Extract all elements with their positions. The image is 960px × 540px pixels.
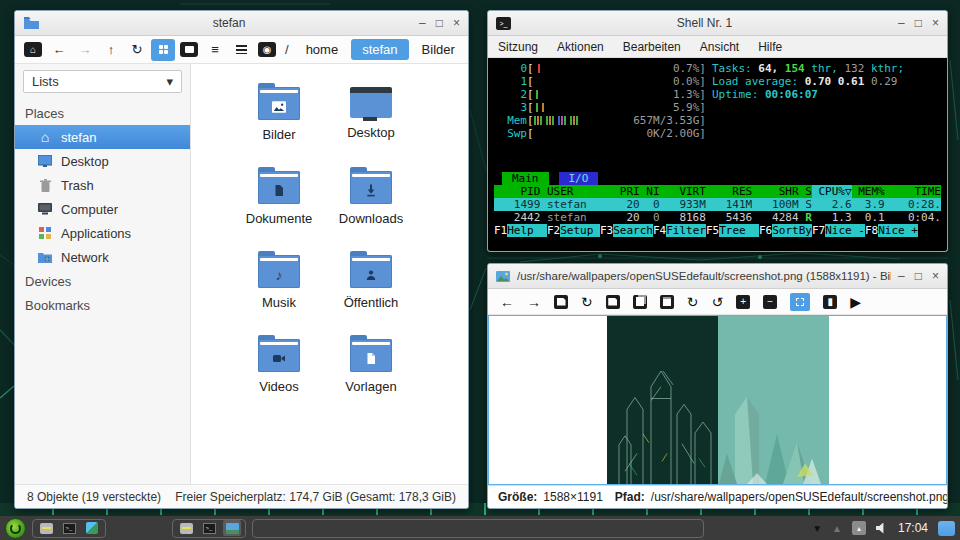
menu-hilfe[interactable]: Hilfe — [758, 40, 782, 54]
menu-ansicht[interactable]: Ansicht — [700, 40, 739, 54]
breadcrumb-home[interactable]: home — [295, 39, 350, 60]
sidebar-item-trash[interactable]: Trash — [15, 173, 190, 197]
clock[interactable]: 17:04 — [898, 521, 928, 535]
menu-aktionen[interactable]: Aktionen — [557, 40, 604, 54]
sidebar-item-computer[interactable]: Computer — [15, 197, 190, 221]
actual-size-button[interactable]: ▮ — [823, 295, 837, 309]
tray-box-icon[interactable]: ▴ — [852, 521, 866, 535]
breadcrumb-root[interactable]: / — [281, 42, 293, 57]
file-manager-titlebar[interactable]: stefan – □ × — [15, 11, 468, 36]
compact-view-button[interactable] — [229, 39, 253, 61]
sidebar-item-stefan[interactable]: ⌂ stefan — [15, 125, 190, 149]
terminal-launcher[interactable]: >_ — [60, 520, 78, 536]
menu-sitzung[interactable]: Sitzung — [498, 40, 538, 54]
tab-main[interactable]: Main — [502, 172, 549, 185]
fkey-f2[interactable]: F2 — [547, 224, 560, 237]
copy-button[interactable] — [633, 295, 647, 309]
paste-button[interactable] — [660, 295, 674, 309]
fkey-f8[interactable]: F8 — [865, 224, 878, 237]
lists-dropdown[interactable]: Lists ▾ — [23, 70, 182, 93]
folder-videos[interactable]: Videos — [233, 332, 325, 416]
minimize-icon[interactable]: – — [898, 17, 905, 29]
rotate-left-button[interactable]: ↺ — [711, 294, 723, 310]
fkey-f3[interactable]: F3 — [600, 224, 613, 237]
fit-to-window-button[interactable] — [790, 293, 810, 311]
folder-bilder[interactable]: Bilder — [233, 80, 325, 164]
fkey-nice-plus[interactable]: Nice + — [878, 224, 918, 237]
fkey-sortby[interactable]: SortBy — [772, 224, 812, 237]
htop-column-headers[interactable]: PIDUSERPRINIVIRTRESSHRSCPU%▽MEM%TIME — [494, 185, 941, 198]
maximize-icon[interactable]: □ — [915, 270, 922, 282]
taskbar-item-terminal[interactable]: >_ — [200, 520, 218, 536]
chat-icon[interactable] — [938, 521, 955, 536]
close-icon[interactable]: × — [932, 17, 939, 29]
up-button[interactable]: ↑ — [99, 39, 123, 61]
list-view-button[interactable]: ≡ — [203, 39, 227, 61]
terminal-titlebar[interactable]: >_ Shell Nr. 1 – □ × — [488, 11, 947, 36]
folder-musik[interactable]: ♪ Musik — [233, 248, 325, 332]
tray-collapse-icon[interactable]: ▼ — [812, 523, 822, 534]
menu-bearbeiten[interactable]: Bearbeiten — [623, 40, 681, 54]
maximize-icon[interactable]: □ — [436, 17, 443, 29]
fkey-f6[interactable]: F6 — [759, 224, 772, 237]
volume-icon[interactable] — [876, 523, 888, 534]
rotate-right-button[interactable]: ↻ — [687, 294, 699, 310]
taskbar-item-file-manager[interactable] — [177, 520, 195, 536]
sidebar-item-applications[interactable]: Applications — [15, 221, 190, 245]
taskbar-item-image-viewer[interactable] — [223, 520, 241, 536]
fkey-f7[interactable]: F7 — [812, 224, 825, 237]
folder-label: Bilder — [262, 127, 295, 142]
zoom-out-button[interactable]: − — [763, 295, 777, 309]
file-manager-launcher[interactable] — [37, 520, 55, 536]
fkey-f1[interactable]: F1 — [494, 224, 507, 237]
thumbnail-view-button[interactable] — [180, 42, 198, 57]
overflow-menu-icon[interactable]: ⋮ — [468, 41, 469, 59]
tab-io[interactable]: I/O — [559, 172, 599, 185]
close-icon[interactable]: × — [932, 270, 939, 282]
open-file-button[interactable] — [554, 295, 568, 309]
fkey-filter[interactable]: Filter — [666, 224, 706, 237]
save-button[interactable] — [606, 295, 620, 309]
reload-button[interactable]: ↻ — [125, 39, 149, 61]
fkey-f4[interactable]: F4 — [653, 224, 666, 237]
folder-oeffentlich[interactable]: Öffentlich — [325, 248, 417, 332]
cpu-meter-3: 3[ 5.9%] — [494, 101, 706, 114]
previous-image-button[interactable]: ← — [500, 294, 514, 310]
breadcrumb-bilder[interactable]: Bilder — [411, 39, 466, 60]
icon-view-button[interactable] — [151, 39, 175, 61]
back-button[interactable]: ← — [47, 39, 71, 61]
device-button[interactable]: ◉ — [258, 42, 276, 57]
process-row[interactable]: 2442stefan200816854364284R1.30.10:04. — [494, 211, 941, 224]
folder-desktop[interactable]: Desktop — [325, 80, 417, 164]
forward-button[interactable]: → — [73, 39, 97, 61]
tray-hidden-icon[interactable]: ▲ — [832, 523, 842, 534]
path-value: /usr/share/wallpapers/openSUSEdefault/sc… — [651, 490, 948, 504]
fkey-setup[interactable]: Setup — [560, 224, 600, 237]
process-row[interactable]: 1499stefan200933M141M100MS2.63.90:28. — [494, 198, 941, 211]
sidebar-item-desktop[interactable]: Desktop — [15, 149, 190, 173]
close-icon[interactable]: × — [453, 17, 460, 29]
sidebar-item-network[interactable]: Network — [15, 245, 190, 269]
fkey-search[interactable]: Search — [613, 224, 653, 237]
fkey-tree[interactable]: Tree — [719, 224, 759, 237]
folder-dokumente[interactable]: Dokumente — [233, 164, 325, 248]
application-menu-button[interactable] — [5, 518, 26, 539]
home-button[interactable]: ⌂ — [24, 42, 42, 57]
next-image-button[interactable]: → — [527, 294, 541, 310]
slideshow-button[interactable]: ▶ — [850, 294, 861, 310]
minimize-icon[interactable]: – — [419, 17, 426, 29]
folder-vorlagen[interactable]: Vorlagen — [325, 332, 417, 416]
minimize-icon[interactable]: – — [898, 270, 905, 282]
fkey-f5[interactable]: F5 — [706, 224, 719, 237]
cpu-meter-0: 0[ 0.7%] — [494, 62, 706, 75]
htop-screen[interactable]: 0[ 0.7%] 1[ 0.0%] 2[ 1.3%] 3[ 5. — [488, 58, 947, 251]
breadcrumb-stefan[interactable]: stefan — [351, 39, 408, 60]
maximize-icon[interactable]: □ — [915, 17, 922, 29]
zoom-in-button[interactable]: + — [736, 295, 750, 309]
folder-downloads[interactable]: Downloads — [325, 164, 417, 248]
software-launcher[interactable] — [83, 520, 101, 536]
image-viewer-titlebar[interactable]: /usr/share/wallpapers/openSUSEdefault/sc… — [488, 264, 947, 289]
reload-button[interactable]: ↻ — [581, 294, 593, 310]
fkey-help[interactable]: Help — [507, 224, 547, 237]
fkey-nice-minus[interactable]: Nice - — [825, 224, 865, 237]
